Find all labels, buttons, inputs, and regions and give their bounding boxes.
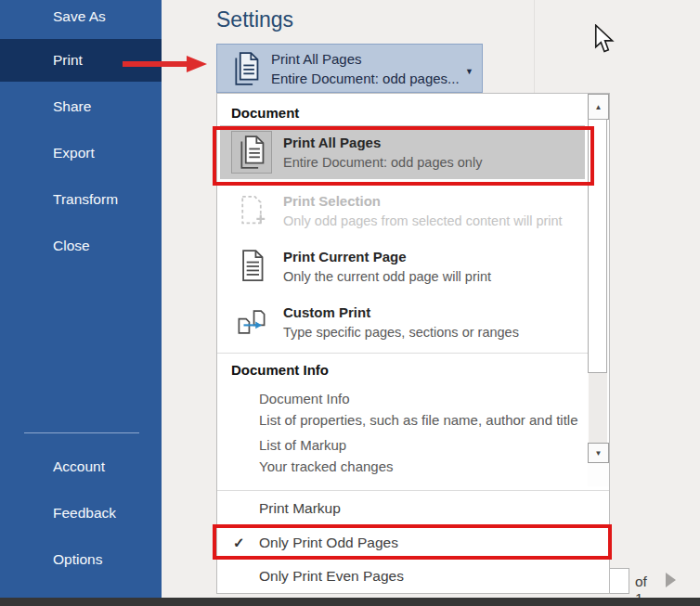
menu-item-print-markup[interactable]: Print Markup [217,491,609,526]
print-pages-dropdown-button[interactable]: Print All Pages Entire Document: odd pag… [216,44,483,93]
menu-section-header-document: Document [217,94,585,122]
sidebar-item-transform[interactable]: Transform [0,178,162,221]
sidebar-item-label: Share [53,98,91,115]
sidebar-item-print[interactable]: Print [0,39,162,82]
page-selection-icon [231,189,272,232]
menu-item-subtitle: Only odd pages from selected content wil… [283,212,563,231]
menu-section-header-document-info: Document Info [217,354,585,379]
sidebar-item-options[interactable]: Options [0,538,162,581]
menu-item-title: Print Current Page [283,247,491,267]
menu-item-title: List of Markup [259,434,585,456]
sidebar-item-save-as[interactable]: Save As [0,0,162,33]
document-icon [231,245,272,288]
mouse-cursor-icon [594,24,615,54]
menu-item-label: Print Markup [259,500,341,517]
document-multi-icon [226,51,266,86]
print-pages-dropdown-menu: Document Print All Pages Entire Document… [216,93,610,594]
settings-heading: Settings [216,7,293,32]
scrollbar-track[interactable] [589,373,607,443]
menu-item-print-selection: Print Selection Only odd pages from sele… [217,184,585,238]
scroll-down-icon: ▼ [595,449,603,458]
backstage-sidebar: Save As Print Share Export Transform Clo… [0,0,162,599]
sidebar-item-account[interactable]: Account [0,445,162,488]
scroll-up-icon: ▲ [595,103,603,111]
menu-item-label: Only Print Odd Pages [259,535,398,551]
word-backstage-print-page: Save As Print Share Export Transform Clo… [0,0,700,606]
sidebar-item-label: Options [53,551,102,568]
scroll-down-button[interactable]: ▼ [588,443,609,463]
sidebar-item-label: Print [53,52,83,69]
sidebar-item-export[interactable]: Export [0,132,162,174]
sidebar-item-label: Save As [53,8,106,25]
sidebar-item-label: Export [53,145,95,161]
dropdown-selected-title: Print All Pages [271,49,460,69]
menu-item-only-print-even-pages[interactable]: Only Print Even Pages [217,560,609,593]
menu-item-only-print-odd-pages[interactable]: ✓ Only Print Odd Pages [217,526,609,560]
next-page-icon[interactable] [666,573,676,587]
menu-item-subtitle: Entire Document: odd pages only [283,153,482,173]
chevron-down-icon: ▼ [465,67,473,76]
dropdown-selected-subtitle: Entire Document: odd pages... [271,69,460,88]
menu-item-label: Only Print Even Pages [259,568,404,585]
menu-scroll-area: Document Print All Pages Entire Document… [217,94,609,491]
menu-item-title: Custom Print [283,303,519,323]
sidebar-item-close[interactable]: Close [0,225,162,267]
sidebar-item-label: Feedback [53,505,116,522]
sidebar-item-label: Close [53,238,90,254]
menu-item-title: Print Selection [283,191,563,212]
menu-item-title: Document Info [259,388,585,409]
sidebar-item-feedback[interactable]: Feedback [0,492,162,535]
menu-item-custom-print[interactable]: Custom Print Type specific pages, sectio… [217,295,585,349]
sidebar-item-share[interactable]: Share [0,85,162,128]
scrollbar-thumb[interactable] [588,119,607,373]
taskbar-strip [0,598,700,606]
column-separator [534,0,535,93]
sidebar-item-label: Transform [53,191,118,208]
document-multi-icon [231,131,272,174]
menu-toggle-section: Print Markup ✓ Only Print Odd Pages Only… [217,491,609,593]
scroll-up-button[interactable]: ▲ [588,94,609,120]
sidebar-divider [24,432,139,433]
menu-item-document-info[interactable]: Document Info List of properties, such a… [217,388,585,431]
menu-item-list-of-markup[interactable]: List of Markup Your tracked changes [217,434,585,477]
custom-print-icon [231,301,272,343]
sidebar-item-label: Account [53,458,105,475]
menu-item-subtitle: Only the current odd page will print [283,267,491,287]
menu-item-title: Print All Pages [283,133,482,153]
menu-item-print-all-pages[interactable]: Print All Pages Entire Document: odd pag… [220,125,585,179]
menu-item-subtitle: Type specific pages, sections or ranges [283,323,519,342]
menu-scrollbar: ▲ ▼ [588,94,609,486]
menu-item-subtitle: Your tracked changes [259,456,585,477]
checkmark-icon: ✓ [233,535,245,551]
menu-item-print-current-page[interactable]: Print Current Page Only the current odd … [217,239,585,293]
menu-item-subtitle: List of properties, such as file name, a… [259,409,585,431]
